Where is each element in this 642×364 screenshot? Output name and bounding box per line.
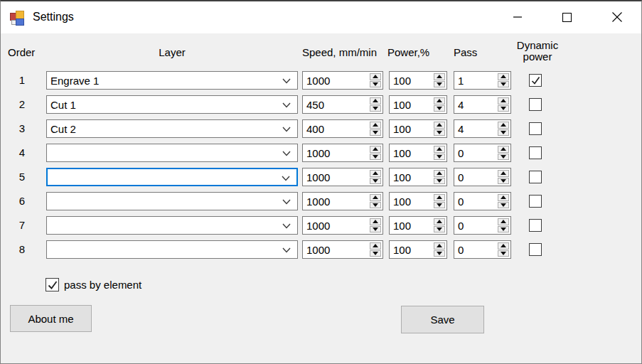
dynamic-power-checkbox[interactable] <box>529 146 542 159</box>
speed-spin-down-button[interactable] <box>370 105 381 112</box>
layer-select[interactable] <box>46 168 298 186</box>
pass-input[interactable]: 0 <box>454 192 511 210</box>
dynamic-power-checkbox[interactable] <box>529 74 542 87</box>
speed-input[interactable]: 400 <box>302 119 383 138</box>
power-spin-up-button[interactable] <box>434 122 445 129</box>
power-spin-down-button[interactable] <box>434 129 445 136</box>
power-input[interactable]: 100 <box>389 240 447 259</box>
layer-select[interactable] <box>46 216 298 235</box>
power-spin-down-button[interactable] <box>434 105 445 112</box>
pass-spin-down-button[interactable] <box>498 81 509 88</box>
power-spin-down-button[interactable] <box>434 154 445 161</box>
pass-spin-down-button[interactable] <box>498 154 509 161</box>
layer-select[interactable]: Cut 2 <box>46 119 298 138</box>
pass-input[interactable]: 0 <box>454 144 511 162</box>
pass-spin-down-button[interactable] <box>498 105 509 112</box>
pass-input[interactable]: 4 <box>454 95 511 114</box>
speed-input[interactable]: 1000 <box>302 192 383 210</box>
maximize-button[interactable] <box>546 1 587 33</box>
pass-spin-down-button[interactable] <box>498 202 509 209</box>
speed-spin-up-button[interactable] <box>370 97 381 105</box>
power-input[interactable]: 100 <box>389 144 447 162</box>
pass-spin-up-button[interactable] <box>498 242 509 250</box>
chevron-down-icon[interactable] <box>282 223 291 229</box>
pass-spin-up-button[interactable] <box>498 146 509 153</box>
layer-select[interactable] <box>46 192 298 210</box>
chevron-down-icon[interactable] <box>282 127 291 132</box>
speed-spin-down-button[interactable] <box>370 178 381 185</box>
pass-spin-up-button[interactable] <box>498 218 509 225</box>
dynamic-power-checkbox[interactable] <box>529 243 542 256</box>
pass-spin-down-button[interactable] <box>498 250 509 257</box>
power-spin-down-button[interactable] <box>434 250 445 257</box>
pass-spin-up-button[interactable] <box>498 97 509 105</box>
pass-input[interactable]: 1 <box>454 71 511 90</box>
chevron-down-icon[interactable] <box>282 151 291 156</box>
power-spin-down-button[interactable] <box>434 178 445 185</box>
power-input[interactable]: 100 <box>389 119 447 138</box>
pass-spin-up-button[interactable] <box>498 194 509 201</box>
layer-select[interactable] <box>46 240 298 259</box>
pass-spin-down-button[interactable] <box>498 178 509 185</box>
pass-spin-up-button[interactable] <box>498 73 509 80</box>
speed-spin-down-button[interactable] <box>370 250 381 257</box>
speed-input[interactable]: 1000 <box>302 240 383 259</box>
power-spin-up-button[interactable] <box>434 97 445 105</box>
power-input[interactable]: 100 <box>389 95 447 114</box>
speed-input[interactable]: 1000 <box>302 168 383 186</box>
power-spin-up-button[interactable] <box>434 146 445 153</box>
speed-spin-up-button[interactable] <box>370 242 381 250</box>
dynamic-power-checkbox[interactable] <box>529 219 542 232</box>
speed-input[interactable]: 1000 <box>302 216 383 235</box>
pass-input[interactable]: 4 <box>454 119 511 138</box>
layer-select[interactable] <box>46 144 298 162</box>
pass-spin-down-button[interactable] <box>498 226 509 233</box>
save-button[interactable]: Save <box>401 306 484 333</box>
speed-input[interactable]: 450 <box>302 95 383 114</box>
power-spin-down-button[interactable] <box>434 226 445 233</box>
chevron-down-icon[interactable] <box>282 102 291 108</box>
pass-spin-up-button[interactable] <box>498 122 509 129</box>
pass-spin-up-button[interactable] <box>498 170 509 177</box>
power-input[interactable]: 100 <box>389 168 447 186</box>
speed-spin-up-button[interactable] <box>370 194 381 201</box>
speed-spin-up-button[interactable] <box>370 122 381 129</box>
power-input[interactable]: 100 <box>389 71 447 90</box>
pass-input[interactable]: 0 <box>454 216 511 235</box>
power-spin-up-button[interactable] <box>434 242 445 250</box>
speed-spin-down-button[interactable] <box>370 129 381 136</box>
about-me-button[interactable]: About me <box>10 305 92 332</box>
pass-spin-down-button[interactable] <box>498 129 509 136</box>
speed-spin-down-button[interactable] <box>370 81 381 88</box>
speed-spin-up-button[interactable] <box>370 218 381 225</box>
power-spin-up-button[interactable] <box>434 170 445 177</box>
speed-spin-down-button[interactable] <box>370 202 381 209</box>
pass-input[interactable]: 0 <box>454 168 511 186</box>
dynamic-power-checkbox[interactable] <box>529 171 542 183</box>
dynamic-power-checkbox[interactable] <box>529 195 542 208</box>
dynamic-power-checkbox[interactable] <box>529 122 542 135</box>
speed-spin-up-button[interactable] <box>370 170 381 177</box>
pass-input[interactable]: 0 <box>454 240 511 259</box>
power-spin-up-button[interactable] <box>434 194 445 201</box>
close-button[interactable] <box>596 1 638 33</box>
speed-input[interactable]: 1000 <box>302 144 383 162</box>
power-spin-down-button[interactable] <box>434 81 445 88</box>
minimize-button[interactable] <box>497 1 538 33</box>
speed-spin-up-button[interactable] <box>370 73 381 80</box>
chevron-down-icon[interactable] <box>282 78 291 84</box>
speed-spin-down-button[interactable] <box>370 226 381 233</box>
power-spin-up-button[interactable] <box>434 218 445 225</box>
power-input[interactable]: 100 <box>389 216 447 235</box>
pass-by-element-checkbox[interactable] <box>46 278 59 291</box>
dynamic-power-checkbox[interactable] <box>529 98 542 111</box>
speed-spin-up-button[interactable] <box>370 146 381 153</box>
layer-select[interactable]: Engrave 1 <box>46 71 298 90</box>
chevron-down-icon[interactable] <box>282 176 290 181</box>
power-spin-up-button[interactable] <box>434 73 445 80</box>
chevron-down-icon[interactable] <box>282 199 291 205</box>
power-input[interactable]: 100 <box>389 192 447 210</box>
speed-input[interactable]: 1000 <box>302 71 383 90</box>
speed-spin-down-button[interactable] <box>370 154 381 161</box>
layer-select[interactable]: Cut 1 <box>46 95 298 114</box>
